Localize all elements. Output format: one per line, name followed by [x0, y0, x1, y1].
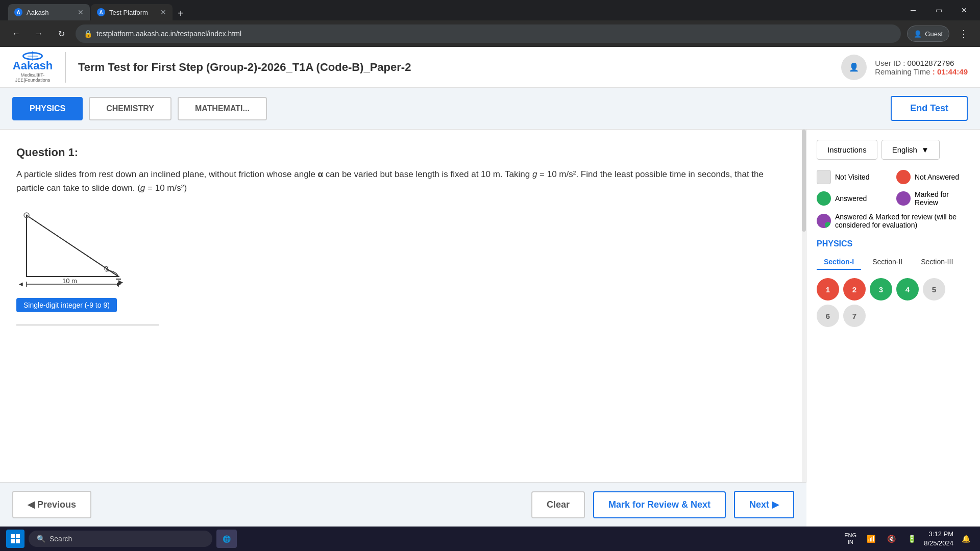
language-label: English	[892, 145, 917, 154]
question-btn-6[interactable]: 6	[817, 305, 839, 327]
section-tab-2[interactable]: Section-II	[865, 255, 910, 270]
taskbar-search-bar[interactable]: 🔍 Search	[29, 531, 212, 547]
question-btn-5[interactable]: 5	[923, 278, 945, 300]
tab-aakash-close[interactable]: ✕	[78, 8, 84, 16]
bottom-nav: ◀ Previous Clear Mark for Review & Next …	[0, 482, 806, 527]
not-answered-dot	[896, 170, 911, 184]
chevron-down-icon: ▼	[921, 145, 929, 154]
app-container: Aakash Medical|IIT-JEE|Foundations Term …	[0, 47, 980, 527]
not-answered-label: Not Answered	[915, 173, 959, 181]
right-panel: Instructions English ▼ Not Visited Not A…	[806, 130, 980, 527]
tab-aakash[interactable]: A Aakash ✕	[8, 4, 90, 20]
start-button[interactable]	[6, 530, 24, 548]
back-button[interactable]: ←	[8, 26, 24, 42]
main-content: Question 1: A particle slides from rest …	[0, 130, 980, 527]
question-btn-1[interactable]: 1	[817, 278, 839, 300]
tab-bar: A Aakash ✕ A Test Platform ✕ +	[8, 0, 897, 20]
legend-not-visited: Not Visited	[817, 170, 890, 184]
svg-text:◀: ◀	[19, 281, 23, 287]
remaining-time-row: Remaining Time : 01:44:49	[875, 67, 968, 76]
marked-label: Marked for Review	[915, 190, 970, 207]
end-test-button[interactable]: End Test	[891, 96, 968, 121]
user-avatar: 👤	[841, 55, 867, 80]
question-btn-3[interactable]: 3	[870, 278, 892, 300]
legend-answered-marked: Answered & Marked for review (will be co…	[817, 213, 970, 229]
system-time: 3:12 PM 8/25/2024	[924, 530, 953, 548]
svg-text:10 m: 10 m	[62, 277, 77, 285]
section-tabs: Section-I Section-II Section-III	[817, 255, 970, 270]
close-button[interactable]: ✕	[952, 2, 976, 18]
subject-tab-chemistry[interactable]: CHEMISTRY	[89, 97, 172, 120]
tab-testplatform-label: Test Platform	[109, 9, 148, 16]
header-right: 👤 User ID : 00012872796 Remaining Time :…	[841, 55, 968, 80]
user-id-label: User ID	[875, 59, 901, 67]
wifi-icon: 📶	[863, 531, 879, 547]
answered-marked-label: Answered & Marked for review (will be co…	[835, 213, 970, 229]
subject-tab-mathematics[interactable]: MATHEMATI...	[178, 97, 267, 120]
legend-answered: Answered	[817, 190, 890, 207]
question-text: A particle slides from rest down an incl…	[16, 167, 790, 195]
tab-aakash-label: Aakash	[27, 9, 48, 16]
chrome-icon: 🌐	[223, 535, 231, 543]
not-visited-label: Not Visited	[835, 173, 869, 181]
right-panel-header: Instructions English ▼	[817, 140, 970, 160]
testplatform-favicon: A	[97, 8, 105, 16]
window-controls: ─ ▭ ✕	[901, 2, 976, 18]
logo-section: Aakash Medical|IIT-JEE|Foundations	[12, 52, 66, 83]
windows-icon	[10, 534, 20, 544]
minimize-button[interactable]: ─	[901, 2, 925, 18]
tab-testplatform[interactable]: A Test Platform ✕	[91, 4, 173, 20]
question-btn-2[interactable]: 2	[843, 278, 866, 300]
lang-text: ENG IN	[842, 532, 859, 545]
svg-rect-15	[16, 539, 20, 543]
svg-rect-14	[11, 539, 15, 543]
svg-rect-13	[16, 534, 20, 538]
language-selector[interactable]: English ▼	[881, 140, 940, 160]
question-btn-4[interactable]: 4	[896, 278, 919, 300]
legend-not-answered: Not Answered	[896, 170, 970, 184]
legend: Not Visited Not Answered Answered Marked…	[817, 170, 970, 229]
question-panel: Question 1: A particle slides from rest …	[0, 130, 806, 482]
taskbar-system-tray: ENG IN 📶 🔇 🔋 3:12 PM 8/25/2024 🔔	[842, 530, 974, 548]
answered-dot	[817, 191, 831, 206]
answer-input-underline	[16, 324, 159, 325]
language-indicator: ENG IN	[842, 531, 859, 547]
reload-button[interactable]: ↻	[53, 26, 69, 42]
url-bar[interactable]: 🔒 testplatform.aakash.ac.in/testpanel/in…	[76, 24, 901, 43]
url-text: testplatform.aakash.ac.in/testpanel/inde…	[96, 30, 241, 38]
notification-icon[interactable]: 🔔	[958, 531, 974, 547]
battery-icon: 🔋	[903, 531, 920, 547]
tab-testplatform-close[interactable]: ✕	[160, 8, 166, 16]
profile-label: Guest	[925, 30, 943, 38]
profile-icon: 👤	[914, 30, 922, 38]
section-tab-3[interactable]: Section-III	[914, 255, 960, 270]
question-section: Question 1: A particle slides from rest …	[0, 130, 806, 527]
section-tab-1[interactable]: Section-I	[817, 255, 861, 270]
scroll-indicator[interactable]	[802, 130, 806, 482]
clear-button[interactable]: Clear	[531, 491, 585, 518]
user-id-value: : 00012872796	[903, 59, 954, 67]
maximize-button[interactable]: ▭	[927, 2, 950, 18]
answered-label: Answered	[835, 194, 867, 203]
subject-tab-physics[interactable]: PHYSICS	[12, 97, 83, 120]
profile-button[interactable]: 👤 Guest	[907, 26, 949, 42]
question-btn-7[interactable]: 7	[843, 305, 866, 327]
mark-review-next-button[interactable]: Mark for Review & Next	[593, 491, 726, 518]
app-header: Aakash Medical|IIT-JEE|Foundations Term …	[0, 47, 980, 88]
search-icon: 🔍	[37, 535, 45, 543]
next-button[interactable]: Next ▶	[734, 491, 794, 518]
browser-menu-button[interactable]: ⋮	[955, 26, 972, 42]
instructions-button[interactable]: Instructions	[817, 140, 877, 160]
question-grid: 1 2 3 4 5 6 7	[817, 278, 970, 327]
scroll-thumb	[802, 130, 806, 232]
lock-icon: 🔒	[84, 30, 92, 38]
volume-icon: 🔇	[883, 531, 899, 547]
subject-tabs: PHYSICS CHEMISTRY MATHEMATI... End Test	[0, 88, 980, 130]
previous-button[interactable]: ◀ Previous	[12, 491, 91, 518]
forward-button[interactable]: →	[31, 26, 47, 42]
svg-rect-12	[11, 534, 15, 538]
taskbar-app-chrome[interactable]: 🌐	[216, 530, 237, 548]
new-tab-button[interactable]: +	[174, 6, 188, 20]
logo-text: Aakash	[13, 60, 53, 71]
question-number: Question 1:	[16, 146, 790, 159]
